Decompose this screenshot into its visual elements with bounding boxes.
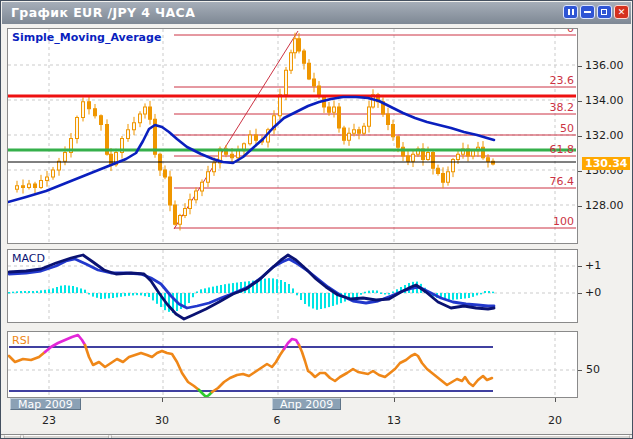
time-tick-label: 23 [42,414,56,427]
time-tick-label: 6 [274,414,281,427]
time-tick-label: 13 [387,414,401,427]
macd-tick [578,293,582,294]
last-price-badge: 130.34 [582,157,630,170]
close-button[interactable]: ✕ [614,5,629,19]
dock-box [4,435,21,439]
macd-tick [578,266,582,267]
price-chart-panel[interactable]: 023.638.25061.876.4100 Simple_Moving_Ave… [7,28,578,244]
window-title: График EUR /JPY 4 ЧАСА [11,5,195,20]
bottom-dock-edge [1,431,632,439]
pause-icon [568,9,570,15]
indicator-label-macd: MACD [12,252,45,265]
svg-text:38.2: 38.2 [550,101,575,114]
close-icon: ✕ [615,6,628,18]
macd-level-label: +1 [585,259,601,272]
rsi-level-label: 50 [586,363,600,376]
time-tick [555,398,556,402]
price-label: 128.00 [585,199,624,212]
svg-text:76.4: 76.4 [550,175,575,188]
chart-window: График EUR /JPY 4 ЧАСА ✕ 023.638.25061.8… [0,0,633,439]
indicator-label-sma: Simple_Moving_Average [12,31,161,44]
indicator-label-rsi: RSI [12,334,30,347]
svg-text:50: 50 [560,122,574,135]
dock-tab[interactable] [23,435,109,439]
rsi-canvas[interactable] [8,332,577,397]
time-tick [394,398,395,402]
month-badge: Мар 2009 [10,398,81,410]
titlebar[interactable]: График EUR /JPY 4 ЧАСА [2,2,631,24]
rsi-tick [578,370,582,371]
price-label: 132.00 [585,129,624,142]
rsi-panel[interactable]: RSI [7,331,578,398]
price-label: 134.00 [585,94,624,107]
price-label: 136.00 [585,59,624,72]
time-tick [162,398,163,402]
macd-canvas[interactable] [8,250,577,322]
price-tick [578,171,582,172]
pause-button[interactable] [563,5,578,19]
price-tick [578,101,582,102]
month-badge: Апр 2009 [272,398,341,410]
price-chart-canvas[interactable]: 023.638.25061.876.4100 [8,29,577,243]
time-tick-label: 30 [155,414,169,427]
price-tick [578,136,582,137]
minimize-icon [584,11,591,13]
svg-text:100: 100 [553,215,574,228]
svg-text:23.6: 23.6 [550,74,575,87]
maximize-icon [601,9,607,15]
svg-text:61.8: 61.8 [550,143,575,156]
macd-level-label: +0 [585,286,601,299]
price-tick [578,66,582,67]
time-tick-label: 20 [548,414,562,427]
dock-bar [111,435,630,439]
svg-text:0: 0 [567,29,574,35]
window-buttons: ✕ [563,5,629,19]
minimize-button[interactable] [580,5,595,19]
maximize-button[interactable] [597,5,612,19]
macd-panel[interactable]: MACD [7,249,578,323]
price-tick [578,206,582,207]
